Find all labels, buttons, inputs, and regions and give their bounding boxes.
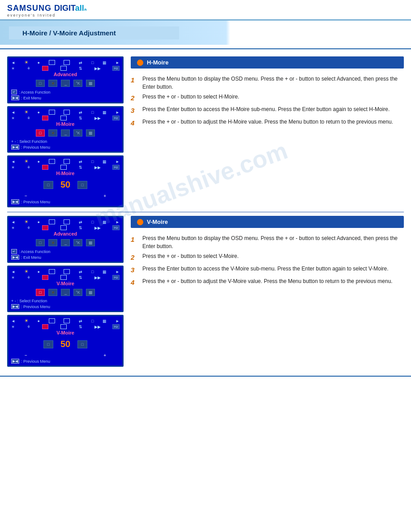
monitor-v-icons-row2-1: ☀ ⚘ ⇅ ▶▶ Hz [11, 225, 120, 230]
monitor-icons-top-3: ◄ ☀ ● ⇄ □ ▦ ► [11, 159, 120, 164]
h-moire-step-2: 2 Press the + or - button to select H-Mo… [131, 93, 404, 103]
monitor-v2-status-prev: ▶◀ : Previous Menu [11, 304, 120, 309]
monitor-v-moire-value: ◄ ☀ ● ⇄ □ ▦ ► ☀ ⚘ ⇅ ▶▶ Hz [7, 315, 124, 367]
monitor1-status-access: ↵ : Access Function [11, 90, 120, 94]
v-moire-step-1: 1 Press the Menu button to display the O… [131, 234, 404, 250]
monitor-v3-value: 50 [60, 339, 70, 349]
section-divider [7, 212, 404, 212]
h-moire-step-4: 4 Press the + or - button to adjust the … [131, 118, 404, 129]
monitor-v-icons-top-1: ◄ ☀ ● ⇄ □ ▦ ► [11, 219, 120, 225]
monitor3-status-prev: ▶◀ : Previous Menu [11, 199, 120, 204]
h-moire-step-3: 3 Press the Enter button to access the H… [131, 105, 404, 116]
monitor2-status-prev: ▶◀ : Previous Menu [11, 145, 120, 150]
monitor-v1-title: Advanced [11, 231, 120, 236]
v-moire-step-3: 3 Press the Enter button to access the V… [131, 265, 404, 275]
logo: SAMSUNG DIGITallₙ [7, 4, 86, 13]
monitor-v-icons-row2-3: ☀ ⚘ ⇅ ▶▶ Hz [11, 324, 120, 329]
h-moire-monitors: ◄ ☀ ● ⇄ □ ▦ ► ☀ ⚘ ⇅ ▶▶ Hz [7, 56, 124, 207]
monitor-v-func-icons-2: □ ◾ ⎯ °K ▩ [11, 289, 120, 296]
monitor-v-moire-select: ◄ ☀ ● ⇄ □ ▦ ► ☀ ⚘ ⇅ ▶▶ Hz [7, 266, 124, 312]
h-moire-instructions: H-Moire 1 Press the Menu button to displ… [131, 56, 404, 207]
monitor3-value-row: □ 50 □ [11, 180, 120, 190]
monitor2-title: H-Moire [11, 121, 120, 127]
monitor-icons-top-2: ◄ ☀ ● ⇄ □ ▦ ► [11, 109, 120, 115]
monitor-icons-row2-1: ☀ ⚘ ⇅ ▶▶ Hz [11, 66, 120, 71]
h-moire-steps: 1 Press the Menu button to display the O… [131, 71, 404, 132]
monitor-v-func-icons-1: □ ◾ ⎯ °K ▩ [11, 239, 120, 246]
monitor-icons-row2-3: ☀ ⚘ ⇅ ▶▶ Hz [11, 165, 120, 170]
monitor-v1-status-exit: ▶◀ : Exit Menu [11, 255, 120, 260]
logo-area: SAMSUNG DIGITallₙ everyone's Invited [7, 4, 404, 17]
monitor1-status-exit: ▶◀ : Exit Menu [11, 95, 120, 100]
monitor-v3-title: V-Moire [11, 330, 120, 335]
v-moire-step-4: 4 Press the + or - button to adjust the … [131, 277, 404, 288]
v-moire-section-title: V-Moire [131, 216, 404, 228]
monitor-h-moire-select: ◄ ☀ ● ⇄ □ ▦ ► ☀ ⚘ ⇅ ▶▶ Hz [7, 106, 124, 153]
section-dot-1 [137, 60, 143, 66]
monitor-icons-row2-2: ☀ ⚘ ⇅ ▶▶ Hz [11, 116, 120, 120]
monitor2-status-select: + - : Select Function [11, 139, 120, 144]
monitor-v2-status-select: + - : Select Function [11, 299, 120, 303]
monitor-v-icons-top-2: ◄ ☀ ● ⇄ □ ▦ ► [11, 269, 120, 275]
monitor-func-icons-2: □ ◾ ⎯ °K ▩ [11, 129, 120, 137]
top-divider [0, 48, 411, 49]
monitor-advanced-1: ◄ ☀ ● ⇄ □ ▦ ► ☀ ⚘ ⇅ ▶▶ Hz [7, 56, 124, 103]
h-moire-step-1: 1 Press the Menu button to display the O… [131, 75, 404, 91]
page-title: H-Moire / V-Moire Adjustment [9, 26, 179, 39]
header: SAMSUNG DIGITallₙ everyone's Invited [0, 0, 411, 21]
monitor-v3-value-row: □ 50 □ [11, 339, 120, 349]
page-title-bar: H-Moire / V-Moire Adjustment [0, 21, 411, 45]
monitor-v3-status-prev: ▶◀ : Previous Menu [11, 359, 120, 364]
monitor-v1-status-access: ↵ : Access Function [11, 249, 120, 254]
monitor-v-icons-row2-2: ☀ ⚘ ⇅ ▶▶ Hz [11, 275, 120, 280]
monitor-func-icons-1: □ ◾ ⎯ °K ▩ [11, 80, 120, 87]
v-moire-monitors: ◄ ☀ ● ⇄ □ ▦ ► ☀ ⚘ ⇅ ▶▶ Hz [7, 216, 124, 367]
monitor-v2-title: V-Moire [11, 281, 120, 286]
monitor1-title: Advanced [11, 72, 120, 77]
monitor-h-moire-value: ◄ ☀ ● ⇄ □ ▦ ► ☀ ⚘ ⇅ ▶▶ Hz [7, 155, 124, 207]
monitor3-title: H-Moire [11, 171, 120, 176]
monitor3-value: 50 [60, 180, 70, 190]
monitor-advanced-2: ◄ ☀ ● ⇄ □ ▦ ► ☀ ⚘ ⇅ ▶▶ Hz [7, 216, 124, 263]
monitor-v-icons-top-3: ◄ ☀ ● ⇄ □ ▦ ► [11, 318, 120, 324]
section-v-moire: ◄ ☀ ● ⇄ □ ▦ ► ☀ ⚘ ⇅ ▶▶ Hz [0, 214, 411, 371]
section-h-moire: ◄ ☀ ● ⇄ □ ▦ ► ☀ ⚘ ⇅ ▶▶ Hz [0, 53, 411, 207]
logo-tagline: everyone's Invited [7, 13, 86, 17]
section-dot-2 [137, 219, 143, 225]
bottom-divider [0, 376, 411, 377]
v-moire-step-2: 2 Press the + or - button to select V-Mo… [131, 252, 404, 263]
h-moire-section-title: H-Moire [131, 56, 404, 69]
monitor-icons-top-1: ◄ ☀ ● ⇄ □ ▦ ► [11, 60, 120, 65]
v-moire-instructions: V-Moire 1 Press the Menu button to displ… [131, 216, 404, 367]
v-moire-steps: 1 Press the Menu button to display the O… [131, 231, 404, 292]
